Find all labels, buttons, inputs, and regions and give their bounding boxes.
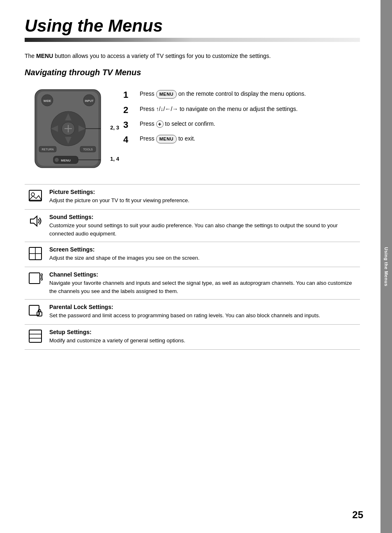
main-content: Using the Menus The MENU button allows y… xyxy=(0,0,380,533)
screen-icon-cell xyxy=(25,242,46,267)
step-1-number: 1 xyxy=(123,90,136,100)
side-tab-text: Using the Menus xyxy=(384,247,389,286)
page-title: Using the Menus xyxy=(25,16,360,35)
svg-marker-25 xyxy=(29,196,42,200)
parental-icon-cell xyxy=(25,300,46,325)
step-2-text: Press ↑/↓/←/→ to navigate on the menu or… xyxy=(140,105,360,113)
steps-column: 1 Press MENU on the remote control to di… xyxy=(123,85,360,150)
svg-rect-23 xyxy=(29,190,42,201)
parental-settings-desc: Set the password and limit access to pro… xyxy=(49,311,357,320)
channel-settings-title: Channel Settings: xyxy=(49,271,357,278)
svg-marker-26 xyxy=(30,216,37,226)
menu-btn-step1: MENU xyxy=(156,90,177,99)
parental-settings-text: Parental Lock Settings: Set the password… xyxy=(46,300,360,325)
page-container: Using the Menus The MENU button allows y… xyxy=(0,0,392,533)
step-1: 1 Press MENU on the remote control to di… xyxy=(123,90,360,100)
circle-plus-icon: + xyxy=(156,120,164,128)
table-row: Parental Lock Settings: Set the password… xyxy=(25,300,360,325)
setup-settings-text: Setup Settings: Modify and customize a v… xyxy=(46,325,360,350)
step-2-number: 2 xyxy=(123,105,136,115)
sound-icon xyxy=(28,214,43,228)
table-row: Channel Settings: Navigate your favorite… xyxy=(25,267,360,300)
parental-settings-title: Parental Lock Settings: xyxy=(49,304,357,310)
channel-icon-cell xyxy=(25,267,46,300)
page-number: 25 xyxy=(352,509,363,521)
picture-icon xyxy=(28,189,43,203)
screen-settings-desc: Adjust the size and shape of the images … xyxy=(49,254,357,262)
sound-icon-cell xyxy=(25,210,46,242)
step-4: 4 Press MENU to exit. xyxy=(123,134,360,145)
picture-icon-cell xyxy=(25,185,46,210)
nav-section-subtitle: Navigating through TV Menus xyxy=(25,68,360,77)
setup-icon-cell xyxy=(25,325,46,350)
svg-text:RETURN: RETURN xyxy=(42,148,53,151)
picture-settings-desc: Adjust the picture on your TV to fit you… xyxy=(49,196,357,205)
remote-illustration: WIDE INPUT xyxy=(25,85,115,172)
table-row: Sound Settings: Customize your sound set… xyxy=(25,210,360,242)
step-4-text: Press MENU to exit. xyxy=(140,134,360,143)
settings-table: Picture Settings: Adjust the picture on … xyxy=(25,184,360,350)
setup-settings-desc: Modify and customize a variety of genera… xyxy=(49,337,357,345)
table-row: Screen Settings: Adjust the size and sha… xyxy=(25,242,360,267)
nav-diagram: WIDE INPUT xyxy=(25,85,360,172)
sound-settings-title: Sound Settings: xyxy=(49,214,357,220)
svg-text:INPUT: INPUT xyxy=(85,99,94,102)
table-row: Setup Settings: Modify and customize a v… xyxy=(25,325,360,350)
step-4-number: 4 xyxy=(123,134,136,145)
svg-point-33 xyxy=(39,314,40,315)
svg-text:MENU: MENU xyxy=(61,159,71,162)
picture-settings-text: Picture Settings: Adjust the picture on … xyxy=(46,185,360,210)
step-3: 3 Press + to select or confirm. xyxy=(123,120,360,130)
setup-settings-title: Setup Settings: xyxy=(49,329,357,335)
svg-rect-30 xyxy=(29,273,40,284)
step-3-text: Press + to select or confirm. xyxy=(140,120,360,128)
callout-2-3: 2, 3 xyxy=(110,125,119,131)
parental-icon xyxy=(28,304,43,318)
side-tab: Using the Menus xyxy=(380,0,392,533)
menu-btn-step4: MENU xyxy=(156,135,177,143)
screen-settings-title: Screen Settings: xyxy=(49,246,357,253)
screen-settings-text: Screen Settings: Adjust the size and sha… xyxy=(46,242,360,267)
intro-bold: MENU xyxy=(36,53,53,59)
svg-rect-34 xyxy=(29,330,42,342)
svg-rect-31 xyxy=(29,305,39,315)
intro-text: The MENU button allows you to access a v… xyxy=(25,52,360,60)
step-3-number: 3 xyxy=(123,120,136,130)
intro-after: button allows you to access a variety of… xyxy=(53,53,271,59)
screen-icon xyxy=(28,246,43,261)
step-2: 2 Press ↑/↓/←/→ to navigate on the menu … xyxy=(123,105,360,115)
picture-settings-title: Picture Settings: xyxy=(49,189,357,195)
svg-text:TOOLS: TOOLS xyxy=(83,148,93,151)
sound-settings-text: Sound Settings: Customize your sound set… xyxy=(46,210,360,242)
remote-svg: WIDE INPUT xyxy=(25,85,115,176)
setup-icon xyxy=(28,329,43,344)
channel-settings-text: Channel Settings: Navigate your favorite… xyxy=(46,267,360,300)
callout-1-4: 1, 4 xyxy=(110,156,119,162)
svg-point-24 xyxy=(31,193,35,196)
table-row: Picture Settings: Adjust the picture on … xyxy=(25,185,360,210)
channel-icon xyxy=(28,271,43,286)
sound-settings-desc: Customize your sound settings to suit yo… xyxy=(49,222,357,238)
svg-text:WIDE: WIDE xyxy=(44,99,51,102)
step-1-text: Press MENU on the remote control to disp… xyxy=(140,90,360,99)
title-bar xyxy=(25,38,360,42)
svg-point-19 xyxy=(55,158,59,162)
channel-settings-desc: Navigate your favorite channels and inpu… xyxy=(49,279,357,295)
